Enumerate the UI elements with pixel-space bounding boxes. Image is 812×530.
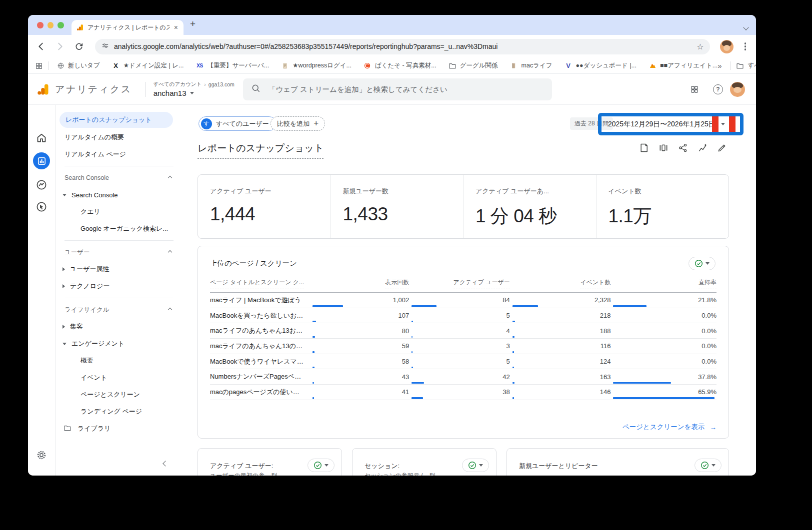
data-quality-pill[interactable] xyxy=(308,459,334,472)
sidebar-item[interactable]: ページとスクリーン xyxy=(56,386,180,403)
table-row[interactable]: macライフのあんちゃん13のワ...5931160.0% xyxy=(210,339,716,354)
sidebar-item[interactable]: リアルタイム ページ xyxy=(56,146,180,163)
address-bar[interactable]: analytics.google.com/analytics/web/?auth… xyxy=(95,39,710,54)
minimize-window-button[interactable] xyxy=(48,22,54,28)
triangle-right-icon[interactable] xyxy=(62,284,65,288)
reports-icon[interactable] xyxy=(33,152,50,169)
profile-avatar[interactable] xyxy=(720,40,734,53)
table-row[interactable]: macライフ | MacBookで遊ぼう1,002842,32821.8% xyxy=(210,293,716,308)
bookmark-item[interactable]: macライフ xyxy=(510,61,552,70)
tab-search-chevron-icon[interactable] xyxy=(744,22,748,31)
page-title-cell: macライフのあんちゃん13のワ... xyxy=(210,342,310,351)
metrics-summary-card: アクティブ ユーザー1,444新規ユーザー数1,433アクティブ ユーザーあ..… xyxy=(198,174,729,239)
sidebar-section-header[interactable]: Search Console xyxy=(56,169,180,186)
metric-cell: 124 xyxy=(510,354,611,369)
bookmark-item[interactable]: ■■アフィリエイト... xyxy=(648,61,718,70)
column-header[interactable]: 直帰率 xyxy=(610,278,716,289)
sidebar-item-label: エンゲージメント xyxy=(72,339,124,348)
close-window-button[interactable] xyxy=(37,22,44,28)
compare-icon[interactable] xyxy=(658,143,668,155)
column-header[interactable]: ページ タイトルとスクリーン ク... xyxy=(210,278,310,289)
table-row[interactable]: macのpagesページズの使い方⑥...413814665.9% xyxy=(210,385,716,400)
triangle-down-icon[interactable] xyxy=(62,343,66,345)
search-bar[interactable] xyxy=(243,78,552,100)
triangle-right-icon[interactable] xyxy=(62,325,65,329)
date-dropdown-caret-icon[interactable] xyxy=(721,123,725,125)
sidebar-item[interactable]: Search Console xyxy=(56,186,180,203)
sidebar-item[interactable]: 概要 xyxy=(56,352,180,369)
admin-gear-icon[interactable] xyxy=(36,450,47,463)
triangle-down-icon[interactable] xyxy=(62,194,66,196)
collapse-sidebar-icon[interactable] xyxy=(164,459,168,468)
triangle-right-icon[interactable] xyxy=(62,267,65,271)
site-settings-icon[interactable] xyxy=(101,41,110,52)
sidebar-item[interactable]: テクノロジー xyxy=(56,278,180,295)
all-bookmarks-button[interactable]: すべてのブックマーク xyxy=(736,61,756,70)
reload-icon[interactable] xyxy=(73,40,85,52)
bookmark-item[interactable]: ★wordpressログイ... xyxy=(281,61,352,70)
overflow-bookmarks-icon[interactable]: » xyxy=(718,61,722,70)
browser-tab[interactable]: アナリティクス | レポートのスナ × xyxy=(72,20,184,35)
date-range-button[interactable]: 2025年12月29日〜2026年1月25日 xyxy=(608,120,716,129)
help-icon[interactable]: ? xyxy=(713,84,723,94)
advertising-icon[interactable] xyxy=(36,201,48,215)
column-header[interactable]: イベント数 xyxy=(510,278,611,289)
bookmark-item[interactable]: XS【重要】サーバーバ... xyxy=(196,61,269,70)
sidebar-item[interactable]: ユーザー属性 xyxy=(56,261,180,278)
browser-menu-icon[interactable] xyxy=(744,45,746,47)
back-icon[interactable] xyxy=(35,40,47,52)
account-avatar[interactable] xyxy=(730,82,745,97)
sidebar-item[interactable]: クエリ xyxy=(56,203,180,220)
sidebar-item[interactable]: リアルタイムの概要 xyxy=(56,129,180,146)
table-row[interactable]: MacBookを買ったら欲しいおす...10752180.0% xyxy=(210,308,716,324)
bookmark-item[interactable]: X★ドメイン設定 | レ... xyxy=(112,61,184,70)
sidebar-section-header[interactable]: ユーザー xyxy=(56,244,180,261)
metric-label: 新規ユーザー数 xyxy=(343,187,464,196)
sidebar-item[interactable]: エンゲージメント xyxy=(56,335,180,352)
bookmark-label: ★wordpressログイ... xyxy=(292,61,352,70)
home-icon[interactable] xyxy=(36,132,48,146)
bookmark-item[interactable]: V●●ダッシュボード |... xyxy=(564,61,637,70)
fullscreen-window-button[interactable] xyxy=(58,22,64,28)
note-icon[interactable] xyxy=(639,143,649,155)
search-input[interactable] xyxy=(268,85,528,94)
metric-cell: 3 xyxy=(409,339,510,354)
apps-grid-icon[interactable] xyxy=(35,62,43,70)
bookmark-item[interactable]: 新しいタブ xyxy=(56,61,100,70)
bookmark-item[interactable]: グーグル関係 xyxy=(448,61,498,70)
view-pages-link[interactable]: ページとスクリーンを表示 → xyxy=(622,423,716,432)
column-header[interactable]: アクティブ ユーザー xyxy=(409,278,510,289)
table-row[interactable]: NumbersナンバーズPagesページ...434216337.8% xyxy=(210,369,716,385)
plus-icon: + xyxy=(314,118,318,128)
bookmark-star-icon[interactable]: ☆ xyxy=(696,42,704,51)
add-comparison-label: 比較を追加 xyxy=(277,119,310,128)
forward-icon[interactable] xyxy=(54,40,66,52)
edit-pencil-icon[interactable] xyxy=(717,143,727,155)
sidebar-item[interactable]: ライブラリ xyxy=(56,420,180,437)
explore-icon[interactable] xyxy=(36,179,48,193)
tab-close-icon[interactable]: × xyxy=(173,23,179,31)
account-switcher[interactable]: すべてのアカウント › gga13.com anchan13 xyxy=(154,81,234,97)
analytics-logo-icon[interactable] xyxy=(36,82,50,96)
audience-filter-pill[interactable]: す すべてのユーザー xyxy=(198,116,276,131)
sidebar-item[interactable]: レポートのスナップショット xyxy=(60,112,173,128)
data-quality-pill[interactable] xyxy=(688,257,716,270)
sidebar-item[interactable]: イベント xyxy=(56,369,180,386)
sidebar-item[interactable]: ランディング ページ xyxy=(56,403,180,420)
data-quality-pill[interactable] xyxy=(694,459,722,472)
data-quality-pill[interactable] xyxy=(462,459,489,472)
table-row[interactable]: MacBookで使うワイヤレスマウ...5851240.0% xyxy=(210,354,716,370)
column-header[interactable]: 表示回数 xyxy=(310,278,410,289)
google-apps-icon[interactable] xyxy=(690,85,699,96)
bookmark-item[interactable]: ぱくたそ - 写真素材... xyxy=(364,61,436,70)
add-comparison-pill[interactable]: 比較を追加 + xyxy=(270,116,325,131)
sidebar-section-header[interactable]: ライフサイクル xyxy=(56,301,180,318)
share-icon[interactable] xyxy=(678,143,688,155)
sidebar-item[interactable]: 集客 xyxy=(56,318,180,335)
card-title: 上位のページ / スクリーン xyxy=(210,259,297,268)
cell-value: 0.0% xyxy=(702,342,716,350)
table-row[interactable]: macライフのあんちゃん13おす...8041880.0% xyxy=(210,323,716,339)
insights-icon[interactable] xyxy=(698,143,708,155)
sidebar-item[interactable]: Google オーガニック検索レ... xyxy=(56,220,180,237)
new-tab-button[interactable]: + xyxy=(190,18,196,29)
